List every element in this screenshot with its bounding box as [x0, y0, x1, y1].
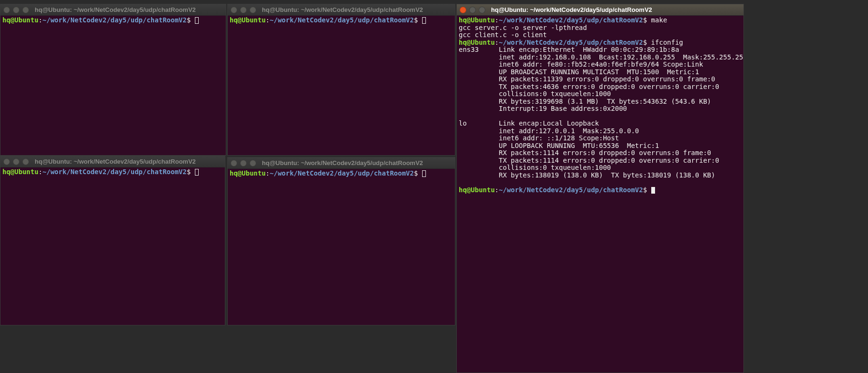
- prompt-path: ~/work/NetCodev2/day5/udp/chatRoomV2: [42, 16, 186, 24]
- window-title: hq@Ubuntu: ~/work/NetCodev2/day5/udp/cha…: [262, 159, 423, 167]
- maximize-icon[interactable]: [22, 7, 29, 13]
- output-line: RX bytes:3199698 (3.1 MB) TX bytes:54363…: [459, 98, 711, 105]
- terminal-window[interactable]: hq@Ubuntu: ~/work/NetCodev2/day5/udp/cha…: [0, 4, 226, 156]
- terminal-body[interactable]: hq@Ubuntu:~/work/NetCodev2/day5/udp/chat…: [0, 167, 225, 325]
- window-title: hq@Ubuntu: ~/work/NetCodev2/day5/udp/cha…: [35, 158, 196, 165]
- prompt-symbol: $: [414, 16, 418, 24]
- terminal-body[interactable]: hq@Ubuntu:~/work/NetCodev2/day5/udp/chat…: [0, 16, 226, 155]
- terminal-window[interactable]: hq@Ubuntu: ~/work/NetCodev2/day5/udp/cha…: [227, 4, 455, 156]
- cursor-icon: [195, 169, 199, 176]
- output-line: TX packets:1114 errors:0 dropped:0 overr…: [459, 157, 719, 164]
- output-line: gcc client.c -o client: [459, 31, 547, 39]
- terminal-body[interactable]: hq@Ubuntu:~/work/NetCodev2/day5/udp/chat…: [228, 169, 455, 325]
- titlebar[interactable]: hq@Ubuntu: ~/work/NetCodev2/day5/udp/cha…: [228, 157, 455, 169]
- output-line: gcc server.c -o server -lpthread: [459, 24, 587, 31]
- prompt-symbol: $: [643, 186, 647, 194]
- prompt-symbol: $: [187, 16, 191, 24]
- output-line: collisions:0 txqueuelen:1000: [459, 164, 615, 171]
- prompt-user: hq@Ubuntu: [459, 186, 495, 194]
- terminal-body[interactable]: hq@Ubuntu:~/work/NetCodev2/day5/udp/chat…: [457, 16, 743, 373]
- prompt-user: hq@Ubuntu: [459, 16, 495, 24]
- terminal-body[interactable]: hq@Ubuntu:~/work/NetCodev2/day5/udp/chat…: [228, 16, 455, 155]
- output-line: ens33 Link encap:Ethernet HWaddr 00:0c:2…: [459, 46, 687, 53]
- close-icon[interactable]: [3, 7, 10, 13]
- output-line: RX packets:11339 errors:0 dropped:0 over…: [459, 75, 715, 83]
- output-line: lo Link encap:Local Loopback: [459, 119, 607, 127]
- cursor-icon: [422, 17, 426, 24]
- close-icon[interactable]: [460, 7, 466, 13]
- titlebar[interactable]: hq@Ubuntu: ~/work/NetCodev2/day5/udp/cha…: [457, 4, 743, 16]
- close-icon[interactable]: [231, 160, 237, 167]
- output-line: collisions:0 txqueuelen:1000: [459, 90, 615, 98]
- prompt-path: ~/work/NetCodev2/day5/udp/chatRoomV2: [499, 186, 643, 194]
- prompt-user: hq@Ubuntu: [2, 168, 39, 176]
- titlebar[interactable]: hq@Ubuntu: ~/work/NetCodev2/day5/udp/cha…: [0, 4, 226, 16]
- maximize-icon[interactable]: [479, 7, 485, 13]
- terminal-window-active[interactable]: hq@Ubuntu: ~/work/NetCodev2/day5/udp/cha…: [456, 4, 744, 373]
- maximize-icon[interactable]: [250, 7, 256, 13]
- maximize-icon[interactable]: [250, 160, 256, 167]
- close-icon[interactable]: [231, 7, 237, 13]
- prompt-user: hq@Ubuntu: [459, 39, 495, 46]
- terminal-window[interactable]: hq@Ubuntu: ~/work/NetCodev2/day5/udp/cha…: [0, 156, 225, 325]
- command-text: make: [651, 16, 667, 24]
- prompt-symbol: $: [643, 39, 647, 46]
- output-line: inet addr:127.0.0.1 Mask:255.0.0.0: [459, 127, 639, 135]
- window-title: hq@Ubuntu: ~/work/NetCodev2/day5/udp/cha…: [35, 6, 196, 13]
- output-line: Interrupt:19 Base address:0x2000: [459, 105, 631, 112]
- prompt-user: hq@Ubuntu: [230, 169, 266, 177]
- prompt-path: ~/work/NetCodev2/day5/udp/chatRoomV2: [499, 16, 643, 24]
- window-title: hq@Ubuntu: ~/work/NetCodev2/day5/udp/cha…: [491, 6, 652, 13]
- terminal-window[interactable]: hq@Ubuntu: ~/work/NetCodev2/day5/udp/cha…: [227, 157, 455, 325]
- minimize-icon[interactable]: [469, 7, 476, 13]
- output-line: inet addr:192.168.0.108 Bcast:192.168.0.…: [459, 53, 743, 61]
- minimize-icon[interactable]: [240, 7, 247, 13]
- prompt-user: hq@Ubuntu: [2, 16, 39, 24]
- close-icon[interactable]: [3, 158, 10, 165]
- output-line: RX packets:1114 errors:0 dropped:0 overr…: [459, 149, 711, 157]
- command-text: ifconfig: [651, 39, 683, 46]
- prompt-symbol: $: [414, 169, 418, 177]
- prompt-path: ~/work/NetCodev2/day5/udp/chatRoomV2: [270, 16, 414, 24]
- output-line: inet6 addr: fe80::fb52:e4a0:f6ef:bfe9/64…: [459, 60, 703, 68]
- minimize-icon[interactable]: [13, 7, 19, 13]
- prompt-path: ~/work/NetCodev2/day5/udp/chatRoomV2: [499, 39, 643, 46]
- output-line: UP LOOPBACK RUNNING MTU:65536 Metric:1: [459, 142, 659, 149]
- window-title: hq@Ubuntu: ~/work/NetCodev2/day5/udp/cha…: [262, 6, 423, 13]
- titlebar[interactable]: hq@Ubuntu: ~/work/NetCodev2/day5/udp/cha…: [0, 156, 225, 167]
- cursor-icon: [422, 170, 426, 177]
- output-line: RX bytes:138019 (138.0 KB) TX bytes:1380…: [459, 171, 715, 179]
- output-line: inet6 addr: ::1/128 Scope:Host: [459, 134, 619, 142]
- titlebar[interactable]: hq@Ubuntu: ~/work/NetCodev2/day5/udp/cha…: [228, 4, 455, 16]
- prompt-user: hq@Ubuntu: [230, 16, 266, 24]
- output-line: TX packets:4636 errors:0 dropped:0 overr…: [459, 83, 719, 90]
- maximize-icon[interactable]: [22, 158, 29, 165]
- cursor-icon: [195, 17, 199, 24]
- minimize-icon[interactable]: [13, 158, 19, 165]
- cursor-icon: [651, 187, 655, 194]
- minimize-icon[interactable]: [240, 160, 247, 167]
- prompt-symbol: $: [643, 16, 647, 24]
- output-line: UP BROADCAST RUNNING MULTICAST MTU:1500 …: [459, 68, 699, 76]
- prompt-symbol: $: [187, 168, 191, 176]
- prompt-path: ~/work/NetCodev2/day5/udp/chatRoomV2: [270, 169, 414, 177]
- prompt-path: ~/work/NetCodev2/day5/udp/chatRoomV2: [42, 168, 186, 176]
